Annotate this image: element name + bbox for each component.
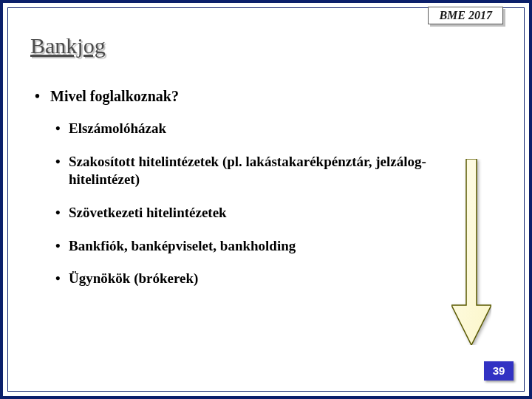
- item-text: Szövetkezeti hitelintézetek: [69, 205, 227, 220]
- list-item: Bankfiók, banképviselet, bankholding: [55, 237, 480, 256]
- header-label: BME 2017: [439, 9, 492, 21]
- item-text: Bankfiók, banképviselet, bankholding: [69, 238, 296, 253]
- items-list: Elszámolóházak Szakosított hitelintézete…: [55, 120, 480, 288]
- list-item: Ügynökök (brókerek): [55, 270, 480, 288]
- slide-title: Bankjog: [30, 33, 106, 58]
- item-text: Szakosított hitelintézetek (pl. lakástak…: [69, 154, 426, 188]
- content-heading: • Mivel foglalkoznak?: [35, 88, 480, 105]
- page-number: 39: [484, 361, 514, 381]
- page-number-text: 39: [493, 364, 505, 377]
- item-text: Elszámolóházak: [69, 120, 166, 136]
- item-text: Ügynökök (brókerek): [69, 270, 198, 286]
- list-item: Szakosított hitelintézetek (pl. lakástak…: [55, 153, 480, 189]
- slide-inner: BME 2017 Bankjog • Mivel foglalkoznak? E…: [7, 7, 525, 392]
- header-box: BME 2017: [428, 7, 503, 24]
- heading-text: Mivel foglalkoznak?: [50, 88, 179, 104]
- bullet-icon: •: [35, 88, 47, 105]
- content-area: • Mivel foglalkoznak? Elszámolóházak Sza…: [35, 88, 480, 303]
- list-item: Szövetkezeti hitelintézetek: [55, 204, 480, 222]
- list-item: Elszámolóházak: [55, 120, 480, 138]
- slide-frame: BME 2017 Bankjog • Mivel foglalkoznak? E…: [0, 0, 532, 399]
